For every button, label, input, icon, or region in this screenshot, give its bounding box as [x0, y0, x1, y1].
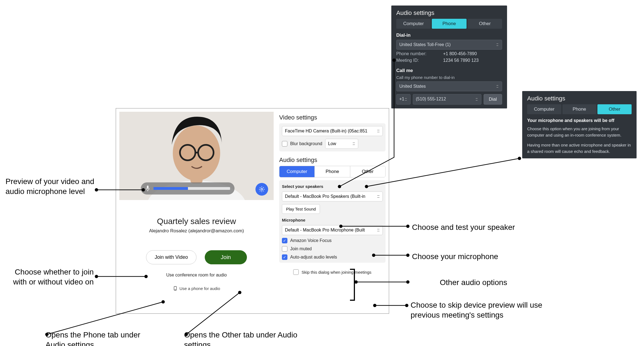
join-muted-label: Join muted — [290, 246, 312, 251]
join-with-video-button[interactable]: Join with Video — [146, 250, 196, 264]
caption-skip: Choose to skip device preview will use p… — [411, 300, 573, 320]
phone-panel-tab-computer[interactable]: Computer — [396, 19, 431, 29]
phone-panel-tab-other[interactable]: Other — [468, 19, 502, 29]
dialog-left-pane: Quartely sales review Alejandro Rosalez … — [119, 112, 274, 310]
svg-point-22 — [518, 157, 521, 160]
join-button[interactable]: Join — [205, 250, 247, 264]
svg-line-20 — [367, 158, 519, 187]
use-conference-room-link[interactable]: Use conference room for audio — [119, 273, 274, 278]
video-settings-section: Video settings FaceTime HD Camera (Built… — [279, 114, 386, 151]
meeting-title-block: Quartely sales review Alejandro Rosalez … — [119, 217, 274, 234]
mic-icon — [145, 185, 150, 192]
join-muted-checkbox[interactable] — [282, 246, 287, 252]
meeting-id-label: Meeting ID: — [396, 58, 438, 63]
svg-point-25 — [406, 225, 409, 228]
caption-otheraudio: Other audio options — [440, 278, 507, 288]
meeting-host: Alejandro Rosalez (alejandror@amazon.com… — [119, 228, 274, 234]
video-settings-gear-button[interactable] — [255, 183, 268, 196]
camera-select[interactable]: FaceTime HD Camera (Built-in) (05ac:851 — [282, 126, 383, 136]
phone-device-icon — [173, 286, 178, 291]
gear-icon — [258, 186, 265, 193]
audio-settings-other-panel: Audio settings Computer Phone Other Your… — [522, 91, 637, 158]
caption-joinchoice: Choose whether to join with or without v… — [11, 267, 94, 287]
caption-mic: Choose your microphone — [412, 252, 498, 262]
speakers-label: Select your speakers — [282, 184, 383, 189]
speakers-select[interactable]: Default - MacBook Pro Speakers (Built-in — [282, 191, 383, 201]
svg-point-16 — [95, 275, 98, 278]
other-headline: Your microphone and speakers will be off — [527, 118, 632, 123]
svg-point-34 — [405, 304, 408, 307]
auto-adjust-levels-checkbox[interactable] — [282, 254, 287, 260]
mic-level-pill — [141, 182, 235, 195]
callme-label: Call me — [396, 68, 502, 73]
dialin-label: Dial-in — [396, 33, 502, 38]
audio-settings-phone-panel: Audio settings Computer Phone Other Dial… — [391, 6, 507, 108]
caption-speaker: Choose and test your speaker — [412, 222, 515, 232]
mic-level-fill — [153, 187, 188, 190]
video-settings-title: Video settings — [279, 114, 386, 121]
microphone-select[interactable]: Default - MacBook Pro Microphone (Built — [282, 225, 383, 235]
blur-background-label: Blur background — [290, 141, 322, 146]
callme-sublabel: Call my phone number to dial-in — [396, 75, 502, 80]
other-panel-tab-phone[interactable]: Phone — [562, 104, 597, 114]
microphone-label: Microphone — [282, 218, 383, 222]
other-paragraph-2: Having more than one active microphone a… — [527, 142, 632, 155]
mic-level-track — [153, 187, 230, 190]
phone-panel-title: Audio settings — [396, 9, 502, 17]
other-paragraph-1: Choose this option when you are joining … — [527, 126, 632, 138]
video-preview — [119, 112, 274, 200]
svg-point-28 — [406, 254, 409, 257]
caption-openother: Opens the Other tab under Audio settings — [184, 330, 300, 346]
phone-number-label: Phone number: — [396, 51, 438, 56]
callme-country-code[interactable]: +1 — [396, 94, 411, 105]
callme-region-select[interactable]: United States — [396, 81, 502, 91]
other-panel-tab-other[interactable]: Other — [597, 104, 632, 114]
use-phone-link-label: Use a phone for audio — [179, 286, 220, 291]
svg-point-31 — [406, 280, 409, 284]
skip-dialog-label: Skip this dialog when joining meetings — [301, 270, 371, 275]
phone-panel-tab-phone[interactable]: Phone — [432, 19, 466, 29]
dialog-right-pane: Video settings FaceTime HD Camera (Built… — [279, 112, 386, 310]
callme-number-input[interactable]: (510) 555-1212 — [413, 94, 481, 105]
voice-focus-checkbox[interactable] — [282, 238, 287, 243]
svg-rect-7 — [147, 186, 149, 189]
dialin-region-select[interactable]: United States Toll-Free (1) — [396, 40, 502, 50]
phone-number-value: +1 800-456-7890 — [443, 51, 477, 56]
voice-focus-label: Amazon Voice Focus — [290, 238, 332, 243]
blur-intensity-select[interactable]: Low — [325, 139, 358, 149]
audio-tabs: Computer Phone Other — [279, 166, 386, 177]
blur-background-checkbox[interactable] — [282, 141, 287, 147]
audio-settings-title: Audio settings — [279, 156, 386, 164]
tab-other[interactable]: Other — [350, 166, 385, 177]
tab-computer[interactable]: Computer — [279, 166, 314, 177]
play-test-sound-button[interactable]: Play Test Sound — [282, 204, 320, 214]
use-phone-for-audio-link[interactable]: Use a phone for audio — [119, 286, 274, 291]
meeting-id-value: 1234 56 7890 123 — [443, 58, 479, 63]
skip-dialog-checkbox[interactable] — [293, 269, 299, 275]
audio-options-bracket — [350, 269, 355, 301]
meeting-title: Quartely sales review — [119, 217, 274, 226]
caption-preview: Preview of your video and audio micropho… — [6, 177, 96, 196]
caption-openphone: Opens the Phone tab under Audio settings — [45, 330, 161, 346]
other-panel-title: Audio settings — [527, 95, 632, 102]
device-preview-dialog: Quartely sales review Alejandro Rosalez … — [116, 108, 389, 314]
other-panel-tab-computer[interactable]: Computer — [527, 104, 561, 114]
dial-button[interactable]: Dial — [484, 94, 502, 105]
svg-point-9 — [261, 188, 263, 190]
audio-settings-section: Audio settings Computer Phone Other Sele… — [279, 156, 386, 263]
auto-adjust-levels-label: Auto-adjust audio levels — [290, 255, 337, 260]
tab-phone[interactable]: Phone — [314, 166, 350, 177]
